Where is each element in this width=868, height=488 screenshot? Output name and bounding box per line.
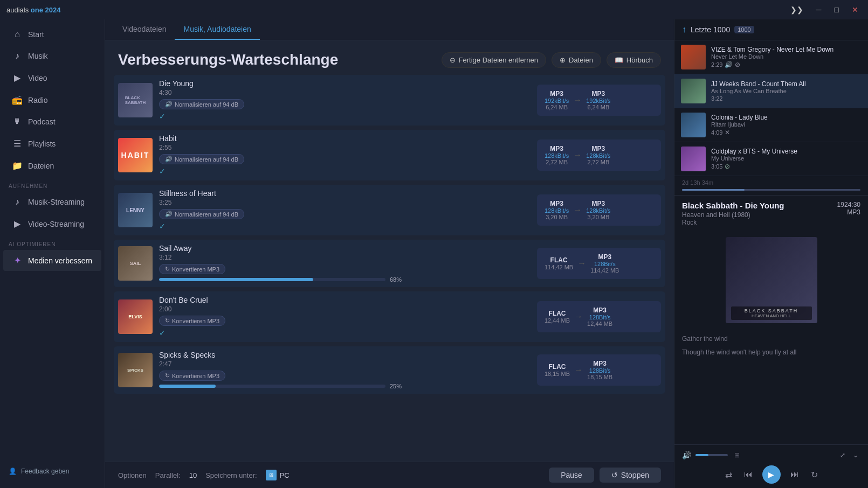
badge-label: Konvertieren MP3 [172, 318, 219, 324]
volume-icon: 🔊 [682, 451, 691, 459]
sidebar-label-medien-verbessern: Medien verbessern [28, 256, 92, 265]
recent-subtitle: Ritam ljubavi [711, 121, 862, 128]
main-area: Videodateien Musik, Audiodateien Verbess… [105, 19, 674, 488]
done-icon: ✓ [159, 222, 166, 231]
format-arrow: → [573, 95, 582, 105]
recent-title: JJ Weeks Band - Count Them All [711, 80, 862, 88]
recent-info: VIZE & Tom Gregory - Never Let Me Down N… [711, 46, 862, 68]
add-files-label: Dateien [569, 56, 593, 64]
maximize-button[interactable]: □ [831, 4, 842, 15]
volume-slider[interactable] [695, 454, 728, 456]
stop-label: Stoppen [621, 471, 649, 479]
sidebar-item-musik[interactable]: ♪ Musik [3, 46, 101, 66]
sidebar-item-playlists[interactable]: ☰ Playlists [3, 133, 101, 154]
header-actions: ⊖ Fertige Dateien entfernen ⊕ Dateien 📖 … [442, 52, 661, 68]
queue-item-dont-be-cruel: ELVIS Don't Be Cruel 2:00 ↻ Konvertieren… [114, 291, 665, 342]
expand-button[interactable]: ❯❯ [787, 4, 807, 15]
recent-item-vize[interactable]: VIZE & Tom Gregory - Never Let Me Down N… [674, 40, 868, 74]
shuffle-button[interactable]: ⇄ [723, 468, 734, 482]
playback-controls: ⇄ ⏮ ▶ ⏭ ↻ [682, 465, 860, 484]
sidebar-item-radio[interactable]: 📻 Radio [3, 89, 101, 110]
recent-label: Letzte 1000 [691, 25, 730, 34]
add-files-button[interactable]: ⊕ Dateien [552, 52, 601, 68]
sidebar-item-podcast[interactable]: 🎙 Podcast [3, 111, 101, 132]
queue-format-die-young: MP3 192kBit/s 6,24 MB → MP3 192kBit/s 6,… [537, 85, 661, 116]
close-button[interactable]: ✕ [849, 4, 862, 15]
feedback-button[interactable]: 👤 Feedback geben [0, 463, 105, 479]
now-lyrics-line2: Though the wind won't help you fly at al… [682, 347, 860, 358]
queue-info-die-young: Die Young 4:30 🔊 Normalisieren auf 94 dB… [159, 79, 531, 121]
queue-format-dont-be-cruel: FLAC 12,44 MB → MP3 128Bit/s 12,44 MB [537, 301, 661, 332]
stop-button[interactable]: ↺ Stoppen [600, 468, 661, 483]
repeat-button[interactable]: ↻ [809, 468, 820, 482]
next-button[interactable]: ⏭ [788, 468, 801, 482]
tab-video[interactable]: Videodateien [114, 19, 175, 40]
sidebar-footer: 👤 Feedback geben [0, 459, 105, 484]
recent-item-jj[interactable]: JJ Weeks Band - Count Them All As Long A… [674, 74, 868, 108]
format-arrow: → [573, 205, 582, 215]
arrow-icon: ↑ [682, 25, 686, 34]
queue-title: Die Young [159, 79, 531, 88]
ctrl-icon2: ⊘ [735, 61, 740, 68]
recent-duration: 2:29 🔊 ⊘ [711, 61, 862, 68]
equalizer-icon: ⊞ [734, 451, 740, 459]
format-to: MP3 128kBit/s 3,20 MB [586, 200, 610, 220]
options-label: Optionen [118, 471, 147, 479]
sidebar-item-medien-verbessern[interactable]: ✦ Medien verbessern [3, 250, 101, 271]
audiobook-button[interactable]: 📖 Hörbuch [607, 52, 661, 68]
sidebar-label-dateien: Dateien [28, 162, 54, 170]
footer-actions: Pause ↺ Stoppen [549, 468, 661, 483]
sidebar-label-playlists: Playlists [28, 140, 56, 148]
fullscreen-button[interactable]: ⤢ [838, 449, 848, 461]
format-to: MP3 128Bit/s 114,42 MB [590, 253, 619, 274]
app-brand: one 2024 [31, 6, 61, 14]
recent-item-colonia[interactable]: Colonia - Lady Blue Ritam ljubavi 4:09 ✕ [674, 108, 868, 142]
prev-button[interactable]: ⏮ [742, 468, 755, 482]
queue-title: Stillness of Heart [159, 189, 531, 198]
format-to: MP3 192kBit/s 6,24 MB [586, 90, 610, 110]
queue-list: BLACKSABBATH Die Young 4:30 🔊 Normalisie… [105, 75, 674, 462]
pause-button[interactable]: Pause [549, 468, 594, 483]
sidebar-item-musik-streaming[interactable]: ♪ Musik-Streaming [3, 192, 101, 212]
sidebar-item-dateien[interactable]: 📁 Dateien [3, 155, 101, 176]
queue-item-habit: HABIT Habit 2:55 🔊 Normalisieren auf 94 … [114, 130, 665, 180]
format-from: FLAC 18,15 MB [545, 363, 570, 377]
duration-val: 4:09 [711, 129, 722, 136]
right-panel: ↑ Letzte 1000 1000 VIZE & Tom Gregory - … [674, 19, 868, 488]
section-aufnehmen: AUFNEHMEN [0, 177, 105, 191]
save-label: Speichern unter: [205, 471, 257, 479]
queue-badge: 🔊 Normalisieren auf 94 dB [159, 154, 244, 164]
format-arrow: → [574, 365, 583, 375]
recent-thumb [681, 147, 706, 171]
progress-bar [159, 385, 385, 388]
podcast-icon: 🎙 [12, 117, 23, 127]
recent-duration: 3:22 [711, 95, 862, 102]
queue-item-sail-away: SAIL Sail Away 3:12 ↻ Konvertieren MP3 [114, 240, 665, 287]
sidebar-item-video[interactable]: ▶ Video [3, 67, 101, 88]
format-from: MP3 192kBit/s 6,24 MB [545, 90, 569, 110]
content-footer: Optionen Parallel: 10 Speichern unter: 🖥… [105, 462, 674, 488]
app-body: ⌂ Start ♪ Musik ▶ Video 📻 Radio 🎙 Podcas… [0, 19, 868, 488]
remove-done-button[interactable]: ⊖ Fertige Dateien entfernen [442, 52, 546, 68]
sidebar-item-start[interactable]: ⌂ Start [3, 24, 101, 45]
format-from: MP3 128kBit/s 3,20 MB [545, 200, 569, 220]
save-location: 🖥 PC [266, 470, 290, 480]
expand-down-button[interactable]: ⌄ [851, 449, 860, 461]
queue-badge: 🔊 Normalisieren auf 94 dB [159, 99, 244, 109]
recent-item-coldplay[interactable]: Coldplay x BTS - My Universe My Universe… [674, 142, 868, 176]
recent-subtitle: As Long As We Can Breathe [711, 88, 862, 94]
tab-musik[interactable]: Musik, Audiodateien [175, 19, 259, 40]
sidebar-item-video-streaming[interactable]: ▶ Video-Streaming [3, 213, 101, 234]
plus-icon: ⊕ [560, 56, 566, 64]
queue-badge: ↻ Konvertieren MP3 [159, 371, 225, 381]
tab-video-label: Videodateien [122, 25, 166, 33]
volume-fill [695, 454, 708, 456]
progress-fill [159, 278, 313, 281]
recent-duration: 4:09 ✕ [711, 129, 862, 136]
audiobook-label: Hörbuch [626, 56, 653, 64]
queue-thumb-sail-away: SAIL [118, 246, 153, 281]
music-icon: ♪ [12, 51, 23, 61]
queue-thumb-dont-be-cruel: ELVIS [118, 299, 153, 334]
minimize-button[interactable]: ─ [813, 4, 825, 15]
play-button[interactable]: ▶ [762, 465, 781, 484]
